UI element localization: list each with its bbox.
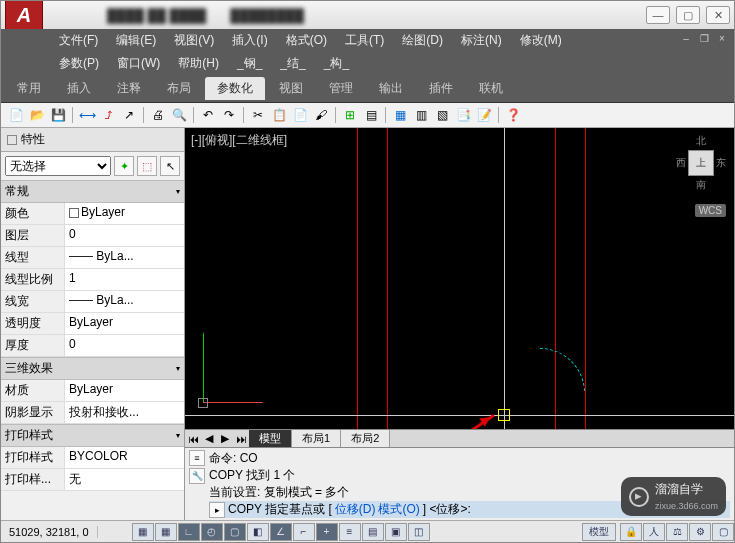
prop-thick-v[interactable]: 0 xyxy=(65,335,184,356)
plot-icon[interactable]: 🖨 xyxy=(149,106,167,124)
dyn-toggle[interactable]: + xyxy=(316,523,338,541)
close-button[interactable]: ✕ xyxy=(706,6,730,24)
menu-param[interactable]: 参数(P) xyxy=(51,54,107,73)
tab-prev-icon[interactable]: ◀ xyxy=(201,432,217,445)
dcenter-icon[interactable]: ▥ xyxy=(412,106,430,124)
section-general[interactable]: 常规 xyxy=(1,180,184,203)
polar-toggle[interactable]: ◴ xyxy=(201,523,223,541)
ortho-toggle[interactable]: ∟ xyxy=(178,523,200,541)
tab-next-icon[interactable]: ▶ xyxy=(217,432,233,445)
section-3d-effect[interactable]: 三维效果 xyxy=(1,357,184,380)
grid-toggle[interactable]: ▦ xyxy=(155,523,177,541)
cmd-option-mode[interactable]: 模式(O) xyxy=(378,501,419,518)
markup-icon[interactable]: 📝 xyxy=(475,106,493,124)
select-icon[interactable]: ↖ xyxy=(160,156,180,176)
match-icon[interactable]: 🖌 xyxy=(312,106,330,124)
tab-insert[interactable]: 插入 xyxy=(55,77,103,100)
copy-icon[interactable]: 📋 xyxy=(270,106,288,124)
status-ann-icon[interactable]: 人 xyxy=(643,523,665,541)
sheet-icon[interactable]: 📑 xyxy=(454,106,472,124)
prop-material-v[interactable]: ByLayer xyxy=(65,380,184,401)
quickselect-icon[interactable]: ✦ xyxy=(114,156,134,176)
new-icon[interactable]: 📄 xyxy=(7,106,25,124)
tab-home[interactable]: 常用 xyxy=(5,77,53,100)
menu-insert[interactable]: 插入(I) xyxy=(224,31,275,50)
tab-first-icon[interactable]: ⏮ xyxy=(185,433,201,445)
selection-dropdown[interactable]: 无选择 xyxy=(5,156,111,176)
otrack-toggle[interactable]: ∠ xyxy=(270,523,292,541)
prop-layer-v[interactable]: 0 xyxy=(65,225,184,246)
section-plot-style[interactable]: 打印样式 xyxy=(1,424,184,447)
tab-online[interactable]: 联机 xyxy=(467,77,515,100)
minimize-button[interactable]: — xyxy=(646,6,670,24)
palette-icon[interactable]: ▧ xyxy=(433,106,451,124)
dim-icon[interactable]: ⟷ xyxy=(78,106,96,124)
menu-struct[interactable]: _结_ xyxy=(272,54,313,73)
prop-lweight-v[interactable]: —— ByLa... xyxy=(65,291,184,312)
undo-icon[interactable]: ↶ xyxy=(199,106,217,124)
snap-toggle[interactable]: ▦ xyxy=(132,523,154,541)
prop-ltype-v[interactable]: —— ByLa... xyxy=(65,247,184,268)
viewport-label[interactable]: [-][俯视][二维线框] xyxy=(191,132,287,149)
tab-annotate[interactable]: 注释 xyxy=(105,77,153,100)
menu-modify[interactable]: 修改(M) xyxy=(512,31,570,50)
ducs-toggle[interactable]: ⌐ xyxy=(293,523,315,541)
model-space-button[interactable]: 模型 xyxy=(582,523,616,541)
sc-toggle[interactable]: ◫ xyxy=(408,523,430,541)
mdi-restore-button[interactable]: ❐ xyxy=(696,31,712,45)
osnap-toggle[interactable]: ▢ xyxy=(224,523,246,541)
status-ws-icon[interactable]: ⚙ xyxy=(689,523,711,541)
tab-layout2[interactable]: 布局2 xyxy=(341,430,390,447)
menu-steel[interactable]: _钢_ xyxy=(229,54,270,73)
status-lock-icon[interactable]: 🔒 xyxy=(620,523,642,541)
props-icon[interactable]: ▦ xyxy=(391,106,409,124)
mdi-close-button[interactable]: × xyxy=(714,31,730,45)
lwt-toggle[interactable]: ≡ xyxy=(339,523,361,541)
open-icon[interactable]: 📂 xyxy=(28,106,46,124)
prop-color-v[interactable]: ByLayer xyxy=(65,203,184,224)
coordinate-readout[interactable]: 51029, 32181, 0 xyxy=(1,526,98,538)
prop-ltscale-v[interactable]: 1 xyxy=(65,269,184,290)
block-icon[interactable]: ⊞ xyxy=(341,106,359,124)
cmd-recent-icon[interactable]: ≡ xyxy=(189,450,205,466)
prop-shadow-v[interactable]: 投射和接收... xyxy=(65,402,184,423)
layer-icon[interactable]: ▤ xyxy=(362,106,380,124)
status-hw-icon[interactable]: ▢ xyxy=(712,523,734,541)
menu-edit[interactable]: 编辑(E) xyxy=(108,31,164,50)
menu-file[interactable]: 文件(F) xyxy=(51,31,106,50)
prop-ptable-v[interactable]: 无 xyxy=(65,469,184,490)
menu-draw[interactable]: 绘图(D) xyxy=(394,31,451,50)
tab-layout[interactable]: 布局 xyxy=(155,77,203,100)
drawing-canvas[interactable]: [-][俯视][二维线框] 北 西上东 南 WCS xyxy=(185,128,734,429)
menu-dim[interactable]: 标注(N) xyxy=(453,31,510,50)
tab-view[interactable]: 视图 xyxy=(267,77,315,100)
menu-tools[interactable]: 工具(T) xyxy=(337,31,392,50)
menu-window[interactable]: 窗口(W) xyxy=(109,54,168,73)
cmd-wrench-icon[interactable]: 🔧 xyxy=(189,468,205,484)
tab-last-icon[interactable]: ⏭ xyxy=(233,433,249,445)
tab-parametric[interactable]: 参数化 xyxy=(205,77,265,100)
tab-addins[interactable]: 插件 xyxy=(417,77,465,100)
leader-icon[interactable]: ↗ xyxy=(120,106,138,124)
qp-toggle[interactable]: ▣ xyxy=(385,523,407,541)
tab-manage[interactable]: 管理 xyxy=(317,77,365,100)
help-icon[interactable]: ❓ xyxy=(504,106,522,124)
dim2-icon[interactable]: ⭜ xyxy=(99,106,117,124)
viewcube[interactable]: 北 西上东 南 xyxy=(676,134,726,184)
redo-icon[interactable]: ↷ xyxy=(220,106,238,124)
tab-model[interactable]: 模型 xyxy=(249,430,292,447)
menu-mem[interactable]: _构_ xyxy=(316,54,357,73)
cmd-option-displacement[interactable]: 位移(D) xyxy=(335,501,376,518)
pickadd-icon[interactable]: ⬚ xyxy=(137,156,157,176)
menu-format[interactable]: 格式(O) xyxy=(278,31,335,50)
tpy-toggle[interactable]: ▤ xyxy=(362,523,384,541)
osnap3d-toggle[interactable]: ◧ xyxy=(247,523,269,541)
wcs-label[interactable]: WCS xyxy=(695,204,726,217)
menu-help[interactable]: 帮助(H) xyxy=(170,54,227,73)
mdi-minimize-button[interactable]: – xyxy=(678,31,694,45)
tab-output[interactable]: 输出 xyxy=(367,77,415,100)
maximize-button[interactable]: ▢ xyxy=(676,6,700,24)
cut-icon[interactable]: ✂ xyxy=(249,106,267,124)
menu-view[interactable]: 视图(V) xyxy=(166,31,222,50)
prop-pstyle-v[interactable]: BYCOLOR xyxy=(65,447,184,468)
